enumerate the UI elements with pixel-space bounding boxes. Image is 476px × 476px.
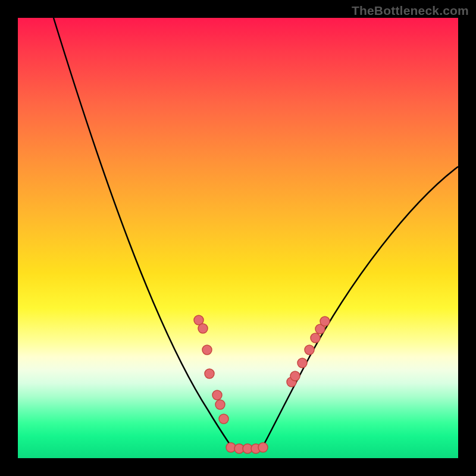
data-point xyxy=(290,371,300,381)
bottleneck-curve xyxy=(54,18,458,449)
chart-container: TheBottleneck.com xyxy=(0,0,476,476)
data-point xyxy=(202,345,212,355)
watermark-text: TheBottleneck.com xyxy=(352,4,469,18)
plot-area xyxy=(18,18,458,458)
curve-svg xyxy=(18,18,458,458)
data-point xyxy=(258,443,268,452)
data-point xyxy=(205,369,214,378)
data-point xyxy=(311,333,320,343)
data-point xyxy=(305,345,314,355)
data-point xyxy=(298,358,307,368)
data-point xyxy=(215,400,225,409)
data-point xyxy=(219,414,228,424)
curve-dots-group xyxy=(194,315,330,453)
data-point xyxy=(212,390,222,400)
data-point xyxy=(198,324,208,333)
data-point xyxy=(320,317,330,326)
